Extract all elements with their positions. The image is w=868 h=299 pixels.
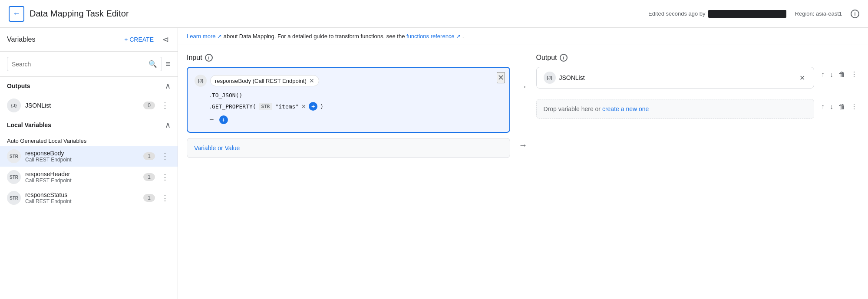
output-row: {J} JSONList ✕ ↑ ↓ 🗑 ⋮ (536, 67, 860, 89)
var-info: responseBody Call REST Endpoint (25, 150, 139, 163)
back-button[interactable]: ← (9, 6, 24, 22)
outputs-section-title: Outputs (7, 82, 30, 89)
sidebar-actions: + CREATE ⊲ (121, 33, 171, 46)
variable-or-value-box[interactable]: Variable or Value (187, 138, 510, 158)
close-paren: ) (320, 103, 323, 110)
chip-close-button[interactable]: ✕ (309, 77, 314, 84)
output-panel-header: Output i (536, 54, 860, 62)
output-var-badge: {J} (544, 72, 556, 84)
variable-or-value-text: Variable or Value (194, 145, 240, 151)
local-variables-section-header[interactable]: Local Variables ∧ (0, 116, 178, 134)
expr-line-1: .TO_JSON() (195, 90, 502, 100)
output-title: Output (536, 54, 557, 62)
edited-label: Edited seconds ago by (648, 10, 786, 18)
content-area: Learn more ↗ about Data Mapping. For a d… (178, 28, 868, 299)
learn-more-link[interactable]: Learn more ↗ (187, 33, 222, 39)
header-meta: Edited seconds ago by Region: asia-east1… (648, 10, 859, 18)
more-options-button[interactable]: ⋮ (849, 69, 859, 80)
drop-zone[interactable]: Drop variable here or create a new one (536, 99, 815, 119)
drop-more-button[interactable]: ⋮ (849, 101, 859, 112)
info-bar-end: . (462, 33, 464, 39)
create-new-link[interactable]: create a new one (602, 105, 649, 112)
delete-button[interactable]: 🗑 (837, 69, 847, 80)
list-item[interactable]: STR responseHeader Call REST Endpoint 1 … (0, 167, 178, 187)
search-input-wrap: 🔍 (7, 57, 162, 71)
drop-move-up-button[interactable]: ↑ (819, 101, 826, 112)
expr-line-2: .GET_PROPERTY( STR "items" ✕ + ) (195, 100, 502, 112)
output-info-icon[interactable]: i (560, 54, 568, 62)
collapse-sidebar-button[interactable]: ⊲ (161, 33, 171, 46)
response-body-chip[interactable]: responseBody (Call REST Endpoint) ✕ (210, 75, 319, 86)
filter-icon[interactable]: ≡ (165, 59, 171, 69)
minus-button[interactable]: − (208, 114, 215, 125)
add-property-button[interactable]: + (309, 102, 317, 111)
var-source: Call REST Endpoint (25, 157, 139, 163)
mapping-arrow-2: → (519, 140, 528, 150)
var-count: 1 (143, 194, 155, 202)
chip-label: responseBody (Call REST Endpoint) (215, 78, 307, 84)
back-arrow-icon: ← (13, 9, 20, 18)
list-item[interactable]: STR responseBody Call REST Endpoint 1 ⋮ (0, 146, 178, 167)
expr-line-inner: .GET_PROPERTY( STR "items" ✕ + ) (208, 102, 502, 111)
expression-close-button[interactable]: ✕ (497, 72, 505, 83)
get-property-text: .GET_PROPERTY( (208, 103, 256, 110)
list-item[interactable]: STR responseStatus Call REST Endpoint 1 … (0, 187, 178, 208)
add-line-button[interactable]: + (219, 115, 228, 124)
drop-move-down-button[interactable]: ↓ (828, 101, 835, 112)
outputs-section-header[interactable]: Outputs ∧ (0, 77, 178, 95)
expression-box: {J} responseBody (Call REST Endpoint) ✕ … (187, 67, 510, 133)
output-var-close-button[interactable]: ✕ (798, 72, 807, 84)
info-bar: Learn more ↗ about Data Mapping. For a d… (178, 28, 868, 45)
drop-delete-button[interactable]: 🗑 (837, 101, 847, 112)
app-header: ← Data Mapping Task Editor Edited second… (0, 0, 868, 28)
input-info-icon[interactable]: i (205, 54, 213, 62)
search-input[interactable] (12, 61, 149, 68)
info-bar-text: about Data Mapping. For a detailed guide… (224, 33, 406, 39)
local-variables-section-title: Local Variables (7, 122, 51, 128)
drop-zone-content: Drop variable here or create a new one (536, 99, 815, 119)
var-info: responseStatus Call REST Endpoint (25, 191, 139, 204)
search-icon: 🔍 (149, 60, 157, 68)
drop-zone-text: Drop variable here or (544, 105, 602, 112)
var-name: responseHeader (25, 171, 139, 177)
output-variable-box: {J} JSONList ✕ (536, 67, 815, 89)
author-name (708, 10, 786, 18)
var-type-badge: STR (7, 149, 21, 163)
more-options-button[interactable]: ⋮ (159, 151, 171, 162)
outputs-chevron-icon: ∧ (165, 81, 171, 91)
functions-reference-link[interactable]: functions reference ↗ (406, 33, 461, 39)
more-options-button[interactable]: ⋮ (159, 100, 171, 111)
str-type-badge: STR (259, 103, 273, 110)
input-panel-header: Input i (187, 54, 510, 62)
str-value: "items" (275, 103, 299, 110)
var-type-badge: STR (7, 191, 21, 205)
main-layout: Variables + CREATE ⊲ 🔍 ≡ Outputs ∧ {J} J… (0, 28, 868, 299)
editor-area: Input i {J} responseBody (Call REST Endp… (178, 45, 868, 299)
mapping-arrow-1: → (519, 82, 528, 92)
create-button[interactable]: + CREATE (121, 33, 157, 46)
var-source: Call REST Endpoint (25, 177, 139, 184)
list-item[interactable]: {J} JSONList 0 ⋮ (0, 95, 178, 116)
sidebar-header: Variables + CREATE ⊲ (0, 28, 178, 52)
output-var-name: JSONList (559, 74, 795, 81)
move-up-button[interactable]: ↑ (819, 69, 826, 80)
var-name: JSONList (25, 102, 139, 109)
more-options-button[interactable]: ⋮ (159, 192, 171, 204)
more-options-button[interactable]: ⋮ (159, 171, 171, 183)
auto-generated-label: Auto Generated Local Variables (0, 134, 178, 146)
move-down-button[interactable]: ↓ (828, 69, 835, 80)
info-button[interactable]: i (851, 10, 859, 18)
output-actions-col: ↑ ↓ 🗑 ⋮ (819, 67, 859, 80)
page-title: Data Mapping Task Editor (30, 9, 648, 19)
input-title: Input (187, 54, 202, 62)
var-type-badge: STR (7, 170, 21, 184)
var-count: 1 (143, 173, 155, 181)
expr-type-badge: {J} (195, 75, 207, 87)
input-panel: Input i {J} responseBody (Call REST Endp… (187, 54, 510, 290)
str-chip-close-button[interactable]: ✕ (301, 103, 306, 110)
region-label: Region: asia-east1 (795, 10, 842, 17)
var-type-badge: {J} (7, 99, 21, 112)
var-info: responseHeader Call REST Endpoint (25, 171, 139, 184)
var-name: responseStatus (25, 191, 139, 198)
drop-zone-actions-col: ↑ ↓ 🗑 ⋮ (819, 99, 859, 112)
